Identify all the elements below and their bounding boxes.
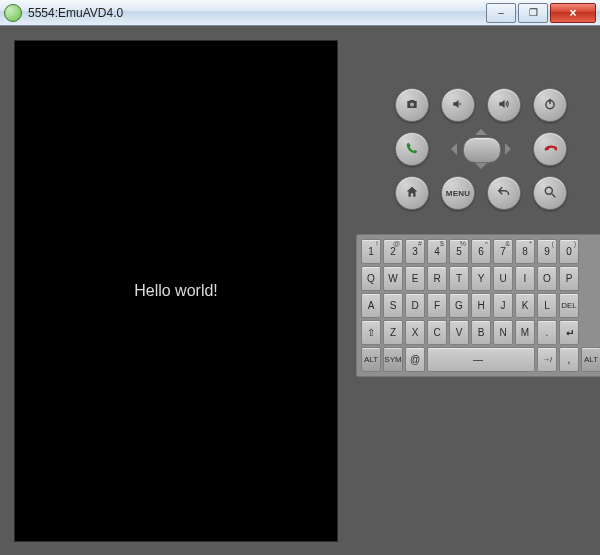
key-9[interactable]: 9( [537,239,557,264]
key-secondary: ) [574,240,576,247]
maximize-button[interactable]: ❐ [518,3,548,23]
volume-down-button[interactable] [441,88,475,122]
key-i[interactable]: I [515,266,535,291]
camera-icon [405,97,419,114]
volume-up-icon [497,97,511,114]
key-x[interactable]: X [405,320,425,345]
key-alt-left[interactable]: ALT [361,347,381,372]
svg-point-0 [410,102,414,106]
key-e[interactable]: E [405,266,425,291]
key-a[interactable]: A [361,293,381,318]
key-enter[interactable] [559,320,579,345]
key-z[interactable]: Z [383,320,403,345]
svg-point-3 [545,187,552,194]
end-call-button[interactable] [533,132,567,166]
close-button[interactable]: × [550,3,596,23]
key-secondary: ^ [485,240,488,247]
hardware-button-grid: MENU [393,86,569,212]
key-8[interactable]: 8* [515,239,535,264]
camera-button[interactable] [395,88,429,122]
device-screen[interactable]: Hello world! [14,40,338,542]
key-g[interactable]: G [449,293,469,318]
key-v[interactable]: V [449,320,469,345]
key-2[interactable]: 2@ [383,239,403,264]
window-controls: – ❐ × [486,3,596,23]
minimize-button[interactable]: – [486,3,516,23]
dpad-right[interactable] [505,143,517,155]
home-button[interactable] [395,176,429,210]
key-at[interactable]: @ [405,347,425,372]
key-j[interactable]: J [493,293,513,318]
key-del[interactable]: DEL [559,293,579,318]
dpad [441,129,521,169]
key-b[interactable]: B [471,320,491,345]
key-k[interactable]: K [515,293,535,318]
back-button[interactable] [487,176,521,210]
emulator-window: 5554:EmuAVD4.0 – ❐ × Hello world! [0,0,600,555]
key-secondary: # [418,240,422,247]
keyboard-row-4: ⇧ZXCVBNM. [360,319,600,346]
key-secondary: @ [393,240,400,247]
key-comma-question[interactable]: , [559,347,579,372]
key-space[interactable]: — [427,347,535,372]
key-alt-right[interactable]: ALT [581,347,600,372]
key-m[interactable]: M [515,320,535,345]
key-.[interactable]: . [537,320,557,345]
key-sym[interactable]: SYM [383,347,403,372]
key-3[interactable]: 3# [405,239,425,264]
key-f[interactable]: F [427,293,447,318]
key-u[interactable]: U [493,266,513,291]
key-p[interactable]: P [559,266,579,291]
search-button[interactable] [533,176,567,210]
back-icon [497,185,511,202]
key-1[interactable]: 1! [361,239,381,264]
key-n[interactable]: N [493,320,513,345]
power-icon [543,97,557,114]
key-y[interactable]: Y [471,266,491,291]
key-7[interactable]: 7& [493,239,513,264]
window-title: 5554:EmuAVD4.0 [28,6,123,20]
call-icon [405,141,419,158]
hardware-keyboard: 1!2@3#4$5%6^7&8*9(0) QWERTYUIOP ASDFGHJK… [356,234,600,377]
key-l[interactable]: L [537,293,557,318]
key-secondary: * [529,240,532,247]
key-secondary: % [460,240,466,247]
volume-down-icon [451,97,465,114]
key-w[interactable]: W [383,266,403,291]
key-r[interactable]: R [427,266,447,291]
dpad-down[interactable] [475,163,487,175]
key-4[interactable]: 4$ [427,239,447,264]
device-screen-frame: Hello world! [0,26,348,555]
power-button[interactable] [533,88,567,122]
key-s[interactable]: S [383,293,403,318]
hello-world-text: Hello world! [134,282,218,300]
dpad-up[interactable] [475,123,487,135]
key-arrow-slash[interactable]: →/ [537,347,557,372]
emulator-body: Hello world! [0,26,600,555]
call-button[interactable] [395,132,429,166]
key-6[interactable]: 6^ [471,239,491,264]
key-secondary: ( [552,240,554,247]
keyboard-row-5: ALTSYM@—→/,ALT [360,346,600,373]
key-h[interactable]: H [471,293,491,318]
app-icon [4,4,22,22]
menu-button[interactable]: MENU [441,176,475,210]
key-0[interactable]: 0) [559,239,579,264]
dpad-center[interactable] [463,137,501,163]
key-o[interactable]: O [537,266,557,291]
key-secondary: ! [376,240,378,247]
key-5[interactable]: 5% [449,239,469,264]
keyboard-row-3: ASDFGHJKLDEL [360,292,600,319]
end-call-icon [543,141,557,158]
dpad-left[interactable] [445,143,457,155]
key-d[interactable]: D [405,293,425,318]
key-q[interactable]: Q [361,266,381,291]
key-t[interactable]: T [449,266,469,291]
volume-up-button[interactable] [487,88,521,122]
svg-line-4 [552,193,556,197]
key-c[interactable]: C [427,320,447,345]
key-⇧[interactable]: ⇧ [361,320,381,345]
keyboard-row-2: QWERTYUIOP [360,265,600,292]
keyboard-row-1: 1!2@3#4$5%6^7&8*9(0) [360,238,600,265]
home-icon [405,185,419,202]
